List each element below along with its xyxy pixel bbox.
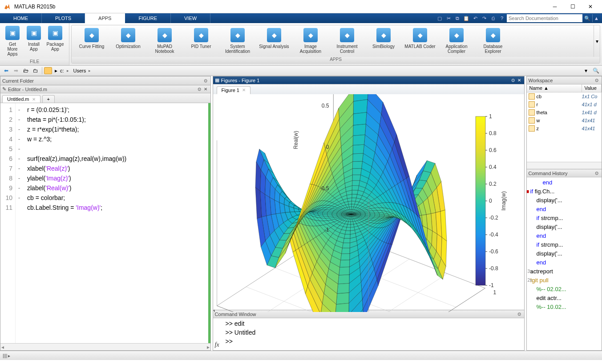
panel-close-icon[interactable]: ✕ [202,86,209,92]
window-title: MATLAB R2015b [14,4,547,10]
app-btn-3[interactable]: ◆PID Tuner [183,27,219,50]
path-search-icon[interactable]: 🔍 [591,67,600,75]
path-dropdown[interactable]: ▾ [582,67,590,75]
panel-menu-icon[interactable]: ⊙ [594,170,600,176]
history-item[interactable]: %-- 02.02... [529,285,600,294]
history-item[interactable]: ■if fig.Ch... [529,187,600,196]
var-icon [529,101,535,108]
ws-col-value[interactable]: Value [582,84,602,92]
history-item[interactable]: display('... [529,223,600,232]
app-btn-11[interactable]: ◆Database Explorer [475,27,511,55]
app-btn-1[interactable]: ◆Optimization [110,27,146,50]
help-icon[interactable]: ? [498,14,506,22]
history-item[interactable]: end [529,232,600,240]
history-item[interactable]: display('... [529,196,600,205]
search-icon[interactable]: 🔍 [583,14,591,22]
redo-icon[interactable]: ↷ [480,14,488,22]
close-icon[interactable]: ✕ [242,88,246,93]
history-item[interactable]: end [529,205,600,214]
ws-row[interactable]: theta1x41 d [527,108,602,116]
app-btn-8[interactable]: ◆SimBiology [365,27,402,50]
close-button[interactable]: ✕ [582,1,598,12]
file-btn-1[interactable]: ▣InstallApp [23,25,44,52]
paste-icon[interactable]: 📋 [462,14,470,22]
tab-plots[interactable]: PLOTS [42,13,85,23]
app-btn-10[interactable]: ◆Application Compiler [438,27,475,55]
undo-icon[interactable]: ↶ [471,14,479,22]
ws-row[interactable]: r41x1 d [527,100,602,108]
workspace-panel: Workspace ⊙ Name ▲ Value cb1x1 Cor41x1 d… [526,76,602,169]
app-btn-5[interactable]: ◆Signal Analysis [256,27,292,50]
file-btn-0[interactable]: ▣GetMoreApps [2,25,23,57]
panel-menu-icon[interactable]: ⊙ [510,77,516,84]
app-icon: ◆ [486,28,500,42]
editor-title: Editor - Untitled.m [8,87,47,92]
command-history-title: Command History [529,171,568,176]
current-folder-header[interactable]: Current Folder ⊙ [0,76,211,85]
breadcrumb-users[interactable]: Users [72,68,93,73]
ws-row[interactable]: w41x41 [527,116,602,124]
panel-menu-icon[interactable]: ⊙ [196,86,202,92]
editor-tab-untitled[interactable]: Untitled.m ✕ [2,95,40,103]
history-item[interactable]: edit actr... [529,294,600,303]
print-icon[interactable]: ⎙ [489,14,497,22]
file-btn-2[interactable]: ▣PackageApp [44,25,66,52]
up-folder-button[interactable]: 🗁 [21,67,30,75]
panel-close-icon[interactable]: ✕ [516,77,522,84]
browse-button[interactable]: 🗀 [31,67,40,75]
tab-apps[interactable]: APPS [85,13,125,23]
apps-dropdown[interactable]: ▾ [594,25,600,57]
fx-icon[interactable]: fx [215,340,219,349]
editor-panel: ✎ Editor - Untitled.m ⊙ ✕ Untitled.m ✕ +… [0,85,211,351]
ws-row[interactable]: cb1x1 Co [527,92,602,100]
editor-hscroll[interactable]: ◂▸ [0,343,210,350]
search-doc-input[interactable] [507,14,582,22]
svg-text:1: 1 [493,289,496,296]
command-history-panel: Command History ⊙ end■if fig.Ch...displa… [526,169,602,351]
svg-line-16 [368,288,485,312]
history-item[interactable]: if strcmp... [529,214,600,223]
app-btn-0[interactable]: ◆Curve Fitting [73,27,110,50]
command-window-panel: Command Window ⊙ >> edit >> Untitled fx>… [213,310,525,351]
history-item[interactable]: %-- 10.02... [529,303,600,312]
app-btn-7[interactable]: ◆Instrument Control [329,27,365,55]
tab-view[interactable]: VIEW [171,13,210,23]
tab-figure[interactable]: FIGURE [125,13,171,23]
back-button[interactable]: ⬅ [2,67,11,75]
tab-home[interactable]: HOME [0,13,42,23]
cut-icon[interactable]: ✂ [444,14,453,22]
svg-text:0.5: 0.5 [321,103,329,109]
forward-button[interactable]: ➡ [12,67,20,75]
app-btn-6[interactable]: ◆Image Acquisition [292,27,329,55]
close-icon[interactable]: ✕ [32,97,36,102]
command-window-body[interactable]: >> edit >> Untitled fx>> [213,318,524,350]
history-item[interactable]: end [529,178,600,187]
svg-text:0: 0 [326,144,329,150]
editor-new-tab[interactable]: + [42,95,55,103]
panel-menu-icon[interactable]: ⊙ [202,78,209,84]
ws-row[interactable]: z41x41 [527,124,602,132]
history-item[interactable]: display('... [529,249,600,258]
history-item[interactable]: 3xactreport [529,267,600,276]
history-item[interactable]: 2x!git pull [529,276,600,285]
panel-menu-icon[interactable]: ⊙ [594,77,600,84]
workspace-hscroll[interactable] [527,162,602,169]
history-item[interactable]: if strcmp... [529,240,600,249]
collapse-ribbon-icon[interactable]: ▲ [592,14,600,22]
app-btn-4[interactable]: ◆System Identification [219,27,256,55]
quick-action-icon[interactable]: ▢ [436,14,444,22]
figure-tab-1[interactable]: Figure 1 ✕ [217,86,250,94]
svg-text:1: 1 [489,113,492,120]
app-btn-9[interactable]: ◆MATLAB Coder [402,27,438,50]
minimize-button[interactable]: ─ [547,1,563,12]
app-icon: ◆ [449,28,464,42]
history-item[interactable]: end [529,258,600,267]
breadcrumb-c[interactable]: c: [58,68,71,73]
ws-col-name[interactable]: Name ▲ [527,84,582,92]
ribbon: HOME PLOTS APPS FIGURE VIEW ▢ ✂ ⧉ 📋 ↶ ↷ … [0,13,602,66]
svg-text:0.8: 0.8 [489,130,497,136]
app-btn-2[interactable]: ◆MuPAD Notebook [146,27,183,55]
copy-icon[interactable]: ⧉ [453,14,461,22]
figure-canvas[interactable]: 10.50-0.5-1Imag(z)-101Real(z)-1-0.500.51… [213,94,524,310]
maximize-button[interactable]: ☐ [565,1,581,12]
